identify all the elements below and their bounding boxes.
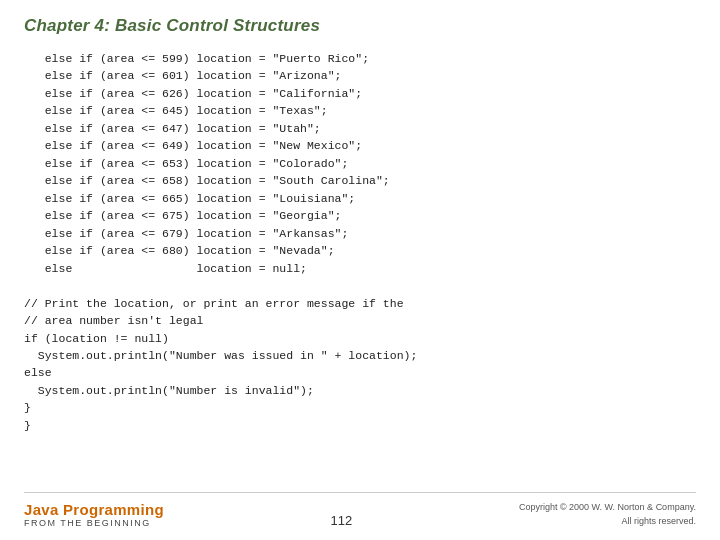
copyright: Copyright © 2000 W. W. Norton & Company.… (519, 501, 696, 528)
slide: Chapter 4: Basic Control Structures else… (0, 0, 720, 540)
brand-title: Java Programming (24, 501, 164, 518)
footer: Java Programming FROM THE BEGINNING 112 … (24, 492, 696, 528)
footer-brand: Java Programming FROM THE BEGINNING (24, 501, 164, 528)
code-block: else if (area <= 599) location = "Puerto… (24, 50, 696, 488)
page-number: 112 (331, 513, 353, 528)
brand-sub: FROM THE BEGINNING (24, 518, 164, 528)
slide-title: Chapter 4: Basic Control Structures (24, 16, 696, 36)
